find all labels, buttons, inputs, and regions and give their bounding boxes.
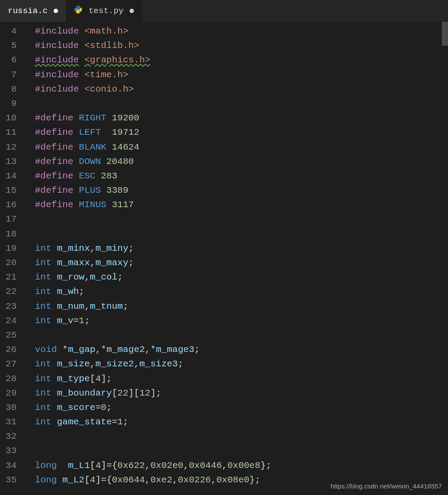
token: int xyxy=(35,403,51,413)
token: , xyxy=(90,258,96,268)
code-line[interactable]: int game_state=1; xyxy=(35,415,448,429)
code-line[interactable]: #define RIGHT 19200 xyxy=(35,111,448,125)
code-line[interactable] xyxy=(35,429,448,444)
code-line[interactable] xyxy=(35,212,448,226)
token xyxy=(51,388,57,398)
line-number: 12 xyxy=(0,140,26,154)
code-line[interactable]: int m_boundary[22][12]; xyxy=(35,386,448,400)
code-line[interactable] xyxy=(35,444,448,458)
token: <stdlib.h> xyxy=(84,41,139,51)
token: RIGHT xyxy=(79,113,106,123)
token: m_maxy xyxy=(96,258,129,268)
token xyxy=(79,26,85,36)
code-line[interactable]: #define MINUS 3117 xyxy=(35,198,448,212)
token: [ xyxy=(112,388,117,398)
token xyxy=(51,272,57,282)
token: m_miny xyxy=(96,243,129,253)
code-line[interactable]: #define ESC 283 xyxy=(35,169,448,183)
line-number: 26 xyxy=(0,342,26,357)
token xyxy=(51,243,57,253)
tab-test-py[interactable]: test.py xyxy=(66,0,142,22)
dirty-dot-icon xyxy=(54,9,58,13)
token: m_col xyxy=(90,272,117,282)
code-line[interactable]: int m_wh; xyxy=(35,284,448,299)
line-number: 35 xyxy=(0,473,26,487)
token: , xyxy=(84,272,90,282)
token: ,* xyxy=(96,345,106,355)
line-number: 23 xyxy=(0,299,26,314)
token: int xyxy=(35,272,51,282)
code-line[interactable] xyxy=(35,96,448,111)
token: m_wh xyxy=(57,287,79,297)
code-line[interactable]: long m_L1[4]={0x622,0x02e0,0x0446,0x00e8… xyxy=(35,458,448,473)
code-line[interactable]: #include <graphics.h> xyxy=(35,53,448,67)
code-line[interactable]: #define LEFT 19712 xyxy=(35,125,448,140)
token xyxy=(73,200,79,210)
code-line[interactable]: void *m_gap,*m_mage2,*m_mage3; xyxy=(35,342,448,357)
token: <conio.h> xyxy=(84,84,133,94)
tab-russia-c[interactable]: russia.c xyxy=(0,0,66,22)
token xyxy=(73,142,79,152)
token: <graphics.h> xyxy=(84,55,150,65)
token: #define xyxy=(35,142,73,152)
token: ; xyxy=(117,272,123,282)
token xyxy=(51,374,57,384)
code-line[interactable]: #define DOWN 20480 xyxy=(35,154,448,169)
token: ]; xyxy=(150,388,161,398)
token: 0x00e8 xyxy=(227,461,260,471)
token xyxy=(79,41,85,51)
token: m_minx xyxy=(57,243,90,253)
token: ]={ xyxy=(101,461,117,471)
watermark-text: https://blog.csdn.net/weixin_44416557 xyxy=(331,482,442,490)
code-area[interactable]: #include <math.h>#include <stdlib.h>#inc… xyxy=(26,22,448,495)
code-line[interactable]: int m_minx,m_miny; xyxy=(35,241,448,256)
code-line[interactable]: #include <math.h> xyxy=(35,24,448,38)
token xyxy=(73,171,79,181)
token: #define xyxy=(35,157,73,167)
token: ][ xyxy=(128,388,139,398)
code-line[interactable]: #include <time.h> xyxy=(35,68,448,82)
token xyxy=(51,287,57,297)
token: , xyxy=(90,243,96,253)
code-line[interactable]: int m_size,m_size2,m_size3; xyxy=(35,357,448,371)
code-line[interactable]: int m_score=0; xyxy=(35,400,448,415)
line-number: 15 xyxy=(0,183,26,198)
line-number: 8 xyxy=(0,82,26,96)
code-line[interactable] xyxy=(35,227,448,241)
code-line[interactable] xyxy=(35,328,448,342)
token: 3117 xyxy=(112,200,133,210)
token: DOWN xyxy=(79,157,101,167)
token: 19712 xyxy=(112,127,139,137)
token: ; xyxy=(195,345,200,355)
line-number: 31 xyxy=(0,415,26,429)
code-line[interactable]: #define BLANK 14624 xyxy=(35,140,448,154)
token: long xyxy=(35,475,57,485)
code-line[interactable]: #include <conio.h> xyxy=(35,82,448,96)
token: m_score xyxy=(57,403,95,413)
token: , xyxy=(172,475,178,485)
code-line[interactable]: int m_num,m_tnum; xyxy=(35,299,448,314)
code-line[interactable]: #define PLUS 3389 xyxy=(35,183,448,198)
token: = xyxy=(73,316,79,326)
token: 0x08e0 xyxy=(216,475,250,485)
token: 3389 xyxy=(106,185,128,195)
token: 4 xyxy=(96,461,101,471)
token: #define xyxy=(35,113,73,123)
token: m_gap xyxy=(68,345,96,355)
code-line[interactable]: #include <stdlib.h> xyxy=(35,38,448,53)
code-line[interactable]: int m_row,m_col; xyxy=(35,270,448,284)
token: 22 xyxy=(117,388,128,398)
token: int xyxy=(35,243,51,253)
token: 0x0644 xyxy=(112,475,145,485)
token xyxy=(101,157,106,167)
token: ESC xyxy=(79,171,96,181)
code-line[interactable]: int m_type[4]; xyxy=(35,372,448,386)
line-number: 27 xyxy=(0,357,26,371)
code-line[interactable]: int m_maxx,m_maxy; xyxy=(35,256,448,270)
line-number: 16 xyxy=(0,198,26,212)
code-editor[interactable]: 4567891011121314151617181920212223242526… xyxy=(0,22,448,495)
line-number: 11 xyxy=(0,125,26,140)
vertical-scrollbar[interactable] xyxy=(442,22,448,46)
code-line[interactable]: int m_v=1; xyxy=(35,314,448,328)
token: m_size2 xyxy=(96,359,134,369)
